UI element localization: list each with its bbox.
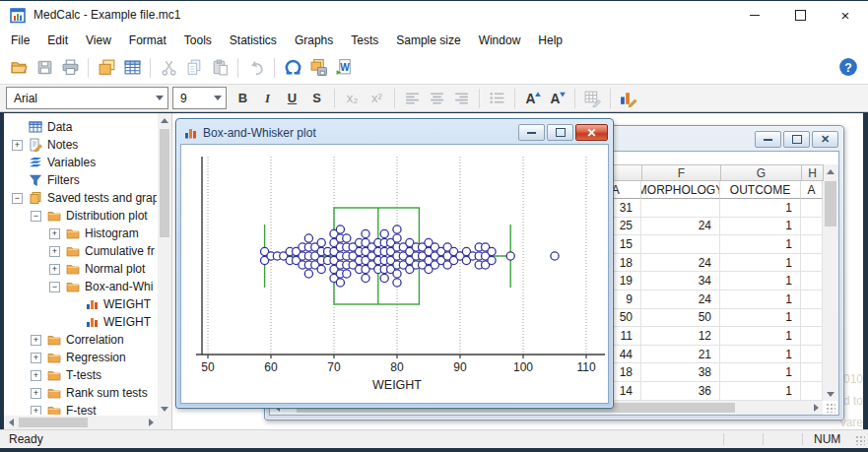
data-cell[interactable]: 1 <box>720 218 801 236</box>
scrollbar-thumb[interactable] <box>19 418 88 427</box>
child-close-button[interactable]: ✕ <box>575 124 608 141</box>
align-center-button[interactable] <box>425 87 449 110</box>
sidebar-item-saved-tests-and-grap[interactable]: −Saved tests and grap <box>4 189 157 207</box>
scroll-up-arrow[interactable] <box>158 113 171 127</box>
data-cell[interactable]: 1 <box>720 291 801 309</box>
expand-toggle[interactable]: + <box>49 264 60 275</box>
scroll-right-arrow[interactable] <box>809 401 823 415</box>
expand-toggle[interactable]: + <box>31 388 41 399</box>
collapse-toggle[interactable]: − <box>49 282 60 292</box>
data-cell[interactable]: 1 <box>720 235 801 254</box>
sidebar-item-histogram[interactable]: +Histogram <box>4 225 157 242</box>
data-cell[interactable]: 24 <box>641 254 720 273</box>
print-button[interactable] <box>57 55 83 81</box>
sidebar-item-box-and-whi[interactable]: −Box-and-Whi <box>4 278 157 295</box>
sidebar-item-weight[interactable]: WEIGHT <box>4 313 157 331</box>
scroll-down-arrow[interactable] <box>158 402 171 416</box>
undo-button[interactable] <box>243 55 269 81</box>
expand-toggle[interactable]: + <box>31 353 41 363</box>
menu-edit[interactable]: Edit <box>38 31 77 50</box>
data-cell[interactable] <box>801 272 823 291</box>
sidebar-item-rank-sum-tests[interactable]: +Rank sum tests <box>4 384 157 402</box>
menu-tests[interactable]: Tests <box>342 31 387 50</box>
expand-toggle[interactable]: + <box>12 140 23 151</box>
child-minimize-button[interactable] <box>755 131 781 148</box>
maximize-button[interactable] <box>777 1 823 29</box>
help-button[interactable]: ? <box>838 57 858 77</box>
font-size-combo[interactable]: 9 <box>172 87 227 109</box>
data-cell[interactable] <box>801 254 823 273</box>
sidebar-item-correlation[interactable]: +Correlation <box>4 331 157 349</box>
table-properties-button[interactable] <box>580 87 605 110</box>
bold-button[interactable]: B <box>231 87 255 110</box>
save-graph-button[interactable] <box>305 55 331 81</box>
data-cell[interactable] <box>801 346 823 364</box>
data-cell[interactable]: 1 <box>720 363 801 382</box>
data-cell[interactable]: 38 <box>641 363 720 382</box>
data-cell[interactable] <box>801 199 823 218</box>
sidebar-item-regression[interactable]: +Regression <box>4 349 157 366</box>
menu-window[interactable]: Window <box>470 31 530 50</box>
sidebar-horizontal-scrollbar[interactable] <box>4 416 158 429</box>
sidebar-item-normal-plot[interactable]: +Normal plot <box>4 260 157 278</box>
expand-toggle[interactable]: + <box>49 246 60 257</box>
data-cell[interactable]: 1 <box>720 199 801 218</box>
column-header-H[interactable]: H <box>801 164 824 181</box>
expand-toggle[interactable]: + <box>31 406 41 416</box>
menu-format[interactable]: Format <box>120 31 175 50</box>
sidebar-item-distribution-plot[interactable]: −Distribution plot <box>4 207 157 225</box>
sidebar-item-weight[interactable]: WEIGHT <box>4 295 157 313</box>
collapse-toggle[interactable]: − <box>12 193 23 204</box>
column-header-G[interactable]: G <box>720 164 802 181</box>
menu-sample-size[interactable]: Sample size <box>387 31 469 50</box>
align-right-button[interactable] <box>449 87 474 110</box>
cut-button[interactable] <box>156 55 181 81</box>
data-cell[interactable] <box>641 199 720 218</box>
font-increase-button[interactable]: A <box>520 87 545 110</box>
open-button[interactable] <box>6 55 32 81</box>
scrollbar-thumb[interactable] <box>160 129 169 237</box>
menu-view[interactable]: View <box>77 31 120 50</box>
refresh-button[interactable] <box>280 55 305 81</box>
spreadsheet-button[interactable] <box>119 55 145 81</box>
child-close-button[interactable]: ✕ <box>812 131 838 148</box>
scrollbar-thumb[interactable] <box>825 181 836 226</box>
data-cell[interactable]: 1 <box>720 327 801 346</box>
sidebar-item-data[interactable]: Data <box>4 118 157 136</box>
child-maximize-button[interactable] <box>783 131 810 148</box>
data-cell[interactable]: 24 <box>641 218 720 236</box>
sidebar-item-cumulative-fr[interactable]: +Cumulative fr <box>4 242 157 260</box>
export-word-button[interactable]: W <box>331 55 357 81</box>
child-minimize-button[interactable] <box>518 124 545 141</box>
child-maximize-button[interactable] <box>547 124 573 141</box>
copy-display-button[interactable] <box>94 55 119 81</box>
data-cell[interactable]: 21 <box>641 346 720 364</box>
subscript-button[interactable]: x₂ <box>340 87 365 110</box>
window-resize-grip[interactable] <box>855 435 865 445</box>
scroll-up-arrow[interactable] <box>824 164 837 178</box>
menu-help[interactable]: Help <box>529 31 571 50</box>
box-whisker-plot-window[interactable]: Box-and-Whisker plot ✕ 5060708090100110W… <box>175 118 614 409</box>
menu-file[interactable]: File <box>2 31 38 50</box>
data-cell[interactable] <box>801 363 823 382</box>
expand-toggle[interactable]: + <box>31 335 41 346</box>
scroll-down-arrow[interactable] <box>824 387 837 401</box>
menu-statistics[interactable]: Statistics <box>221 31 286 50</box>
sidebar-item-filters[interactable]: Filters <box>4 171 157 189</box>
font-name-combo[interactable]: Arial <box>6 87 168 109</box>
sidebar-item-variables[interactable]: Variables <box>4 154 157 171</box>
data-cell[interactable] <box>801 235 823 254</box>
superscript-button[interactable]: x² <box>365 87 389 110</box>
data-cell[interactable] <box>801 309 823 328</box>
data-cell[interactable] <box>641 235 720 254</box>
font-decrease-button[interactable]: A <box>545 87 569 110</box>
data-cell[interactable]: 1 <box>720 254 801 273</box>
data-cell[interactable] <box>801 382 823 401</box>
data-cell[interactable]: 50 <box>641 309 720 328</box>
align-left-button[interactable] <box>400 87 425 110</box>
data-cell[interactable]: 1 <box>720 346 801 364</box>
save-button[interactable] <box>32 55 57 81</box>
scroll-left-arrow[interactable] <box>4 416 18 429</box>
data-cell[interactable]: 24 <box>641 291 720 309</box>
data-cell[interactable]: 12 <box>641 327 720 346</box>
